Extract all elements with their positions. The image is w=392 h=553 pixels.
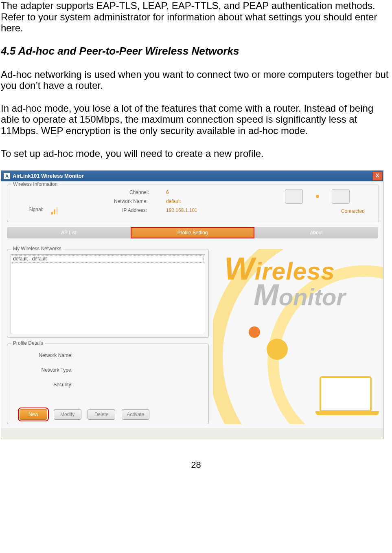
section-heading: 4.5 Ad-hoc and Peer-to-Peer Wireless Net… <box>1 45 391 57</box>
networks-listbox[interactable]: default - default <box>11 254 205 334</box>
laptop-icon <box>320 376 372 412</box>
network-name-label: Network Name: <box>114 199 148 205</box>
tab-ap-list[interactable]: AP List <box>7 227 131 238</box>
button-row: New Modify Delete Activate <box>20 409 154 420</box>
tab-about[interactable]: About <box>254 227 378 238</box>
group-legend: Wireless Information <box>11 182 59 187</box>
status-label: Connected <box>341 209 365 214</box>
page-number: 28 <box>0 460 392 470</box>
link-dot-icon <box>316 195 319 198</box>
network-name-value: default <box>166 199 181 205</box>
router-icon <box>332 189 350 204</box>
window-title: AirLink101 Wireless Monitor <box>13 173 84 179</box>
window-footer <box>1 428 383 439</box>
tab-profile-setting[interactable]: Profile Setting <box>131 227 254 238</box>
ip-value: 192.168.1.101 <box>166 208 197 214</box>
titlebar[interactable]: A AirLink101 Wireless Monitor X <box>1 171 383 181</box>
detail-network-name-label: Network Name: <box>11 353 72 359</box>
detail-network-type-label: Network Type: <box>11 368 72 373</box>
modify-button[interactable]: Modify <box>54 409 81 420</box>
body-paragraph: Ad-hoc networking is used when you want … <box>1 69 391 91</box>
app-icon: A <box>4 173 10 179</box>
ip-label: IP Address: <box>122 208 147 214</box>
my-networks-group: My Wireless Networks default - default <box>7 249 209 338</box>
detail-security-label: Security: <box>11 382 72 388</box>
group-legend: Profile Details <box>11 341 45 346</box>
yellow-ball-icon <box>267 339 288 360</box>
body-paragraph: In ad-hoc mode, you lose a lot of the fe… <box>1 103 391 137</box>
body-paragraph: To set up ad-hoc mode, you will need to … <box>1 148 391 159</box>
profile-details-group: Profile Details Network Name: Network Ty… <box>7 344 209 424</box>
wireless-info-group: Wireless Information Signal: Channel: 6 … <box>7 185 379 222</box>
laptop-base-icon <box>315 411 379 415</box>
channel-value: 6 <box>166 190 169 196</box>
list-item[interactable]: default - default <box>12 256 204 263</box>
computer-icon <box>285 189 303 204</box>
tab-bar: AP List Profile Setting About <box>7 227 378 238</box>
channel-label: Channel: <box>129 190 149 196</box>
app-window: A AirLink101 Wireless Monitor X Wireless… <box>1 170 383 439</box>
close-icon[interactable]: X <box>372 172 382 181</box>
activate-button[interactable]: Activate <box>122 409 149 420</box>
brand-word-monitor: Monitor <box>254 278 346 312</box>
body-paragraph: The adapter supports EAP-TLS, LEAP, EAP-… <box>1 0 391 34</box>
group-legend: My Wireless Networks <box>11 246 63 252</box>
new-button[interactable]: New <box>20 409 47 420</box>
delete-button[interactable]: Delete <box>88 409 115 420</box>
decorative-panel: Wireless Monitor <box>213 249 383 424</box>
signal-bars-icon <box>51 207 64 214</box>
signal-label: Signal: <box>28 207 44 213</box>
